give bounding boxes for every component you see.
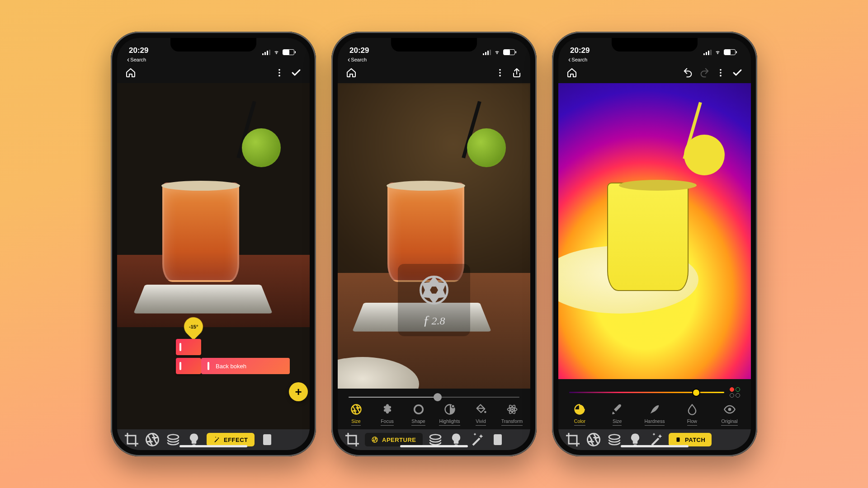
home-icon[interactable] xyxy=(346,67,357,78)
effect-back-bokeh[interactable]: Back bokeh xyxy=(201,358,290,374)
patch-icon[interactable] xyxy=(490,432,506,448)
tool-flow[interactable]: Flow xyxy=(678,403,706,426)
photo-canvas[interactable] xyxy=(558,83,751,379)
signal-icon xyxy=(483,50,491,55)
battery-icon xyxy=(283,49,294,55)
back-to-search[interactable]: Search xyxy=(117,56,310,62)
crop-icon[interactable] xyxy=(123,432,140,448)
signal-icon xyxy=(262,50,270,55)
aperture-icon[interactable] xyxy=(585,432,602,448)
photo-canvas[interactable]: -15° Back bokeh + xyxy=(117,83,310,429)
tool-shape[interactable]: Shape xyxy=(405,403,433,426)
aperture-pill[interactable]: APERTURE xyxy=(365,433,423,446)
battery-icon xyxy=(503,49,515,55)
battery-icon xyxy=(724,49,736,55)
more-icon[interactable] xyxy=(716,68,726,78)
notch xyxy=(612,38,698,52)
angle-indicator[interactable]: -15° xyxy=(184,317,203,340)
phone-effect: 20:29 Search -15° xyxy=(111,32,316,456)
wifi-icon xyxy=(273,49,280,55)
phone-aperture: 20:29 Search xyxy=(331,32,537,456)
tool-focus[interactable]: Focus xyxy=(373,403,401,426)
wand-icon[interactable] xyxy=(469,432,485,448)
tool-vivid[interactable]: Vivid xyxy=(467,403,495,426)
more-icon[interactable] xyxy=(495,68,505,78)
tool-original[interactable]: Original xyxy=(716,403,744,426)
patch-pill[interactable]: PATCH xyxy=(669,433,712,446)
nav-bar xyxy=(558,62,751,83)
phone-patch: 20:29 Search xyxy=(552,32,757,456)
aperture-large-icon xyxy=(416,272,452,308)
layers-icon[interactable] xyxy=(165,432,181,448)
share-icon[interactable] xyxy=(511,67,522,78)
more-icon[interactable] xyxy=(274,68,284,78)
color-slider[interactable] xyxy=(558,379,751,400)
nav-bar xyxy=(117,62,310,83)
home-icon[interactable] xyxy=(566,67,577,78)
aperture-tool-row: SizeFocusShapeHighlightsVividTransform xyxy=(338,400,530,429)
tool-hardness[interactable]: Hardness xyxy=(641,403,669,426)
status-time: 20:29 xyxy=(349,46,369,55)
patch-tool-row: ColorSizeHardnessFlowOriginal xyxy=(558,400,751,429)
redo-icon[interactable] xyxy=(699,68,709,78)
home-indicator[interactable] xyxy=(621,445,689,447)
tool-highlights[interactable]: Highlights xyxy=(436,403,464,426)
tool-color[interactable]: Color xyxy=(566,403,594,426)
signal-icon xyxy=(703,50,712,55)
wifi-icon xyxy=(493,49,501,55)
add-effect-button[interactable]: + xyxy=(289,382,308,401)
tool-size[interactable]: Size xyxy=(342,403,370,426)
status-time: 20:29 xyxy=(129,46,148,55)
aperture-icon[interactable] xyxy=(144,432,160,448)
crop-icon[interactable] xyxy=(344,432,360,448)
aperture-slider[interactable] xyxy=(338,389,530,400)
notch xyxy=(170,38,256,52)
home-icon[interactable] xyxy=(125,67,136,78)
nav-bar xyxy=(338,62,530,83)
confirm-icon[interactable] xyxy=(291,67,302,78)
status-time: 20:29 xyxy=(570,46,590,55)
home-indicator[interactable] xyxy=(179,445,247,447)
back-to-search[interactable]: Search xyxy=(338,56,530,62)
notch xyxy=(391,38,477,52)
tool-size[interactable]: Size xyxy=(603,403,631,426)
home-indicator[interactable] xyxy=(400,445,468,447)
confirm-icon[interactable] xyxy=(732,67,743,78)
effect-tile-1[interactable] xyxy=(176,339,201,355)
aperture-overlay: ƒ2.8 xyxy=(398,264,470,336)
effect-tile-2[interactable] xyxy=(176,358,201,374)
effect-pill[interactable]: EFFECT xyxy=(207,433,255,446)
layers-icon[interactable] xyxy=(606,432,623,448)
color-preset-dots[interactable] xyxy=(730,387,740,398)
patch-icon[interactable] xyxy=(259,432,275,448)
back-to-search[interactable]: Search xyxy=(558,56,751,62)
tool-transform[interactable]: Transform xyxy=(498,403,526,426)
crop-icon[interactable] xyxy=(565,432,581,448)
wifi-icon xyxy=(714,49,722,55)
photo-canvas[interactable]: ƒ2.8 xyxy=(338,83,530,389)
undo-icon[interactable] xyxy=(683,68,693,78)
